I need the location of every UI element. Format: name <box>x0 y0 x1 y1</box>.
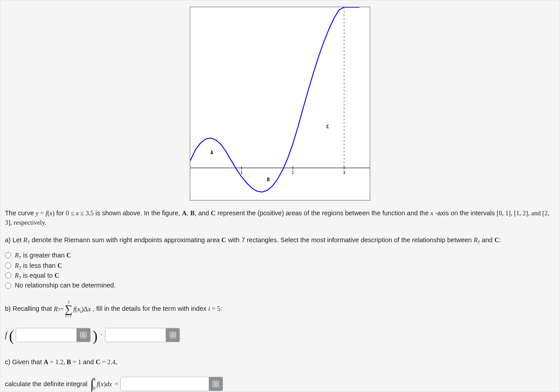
svg-rect-13 <box>83 333 84 334</box>
part-a-choices: R7 is greater than C R7 is less than C R… <box>5 250 555 291</box>
text: 0 ≤ <box>66 209 76 217</box>
part-b-inputs: f ( ) · <box>5 328 555 342</box>
svg-rect-15 <box>82 335 83 335</box>
text: : <box>499 236 501 244</box>
svg-rect-25 <box>171 335 172 335</box>
choice-label: No relationship can be determined. <box>15 280 116 290</box>
text: c) Given that <box>5 358 44 366</box>
text: x <box>430 209 433 217</box>
svg-text:A: A <box>210 150 213 155</box>
text: and <box>83 358 96 366</box>
svg-rect-17 <box>84 335 85 335</box>
sigma-icon: ∑ <box>65 305 72 314</box>
text: B <box>67 358 71 366</box>
text: : <box>220 305 222 312</box>
text: = 1.2, <box>48 358 67 366</box>
svg-rect-36 <box>215 383 216 384</box>
text: = 1 <box>71 358 81 366</box>
svg-text:1: 1 <box>241 170 243 175</box>
text: = <box>60 305 64 314</box>
text: 7 <box>27 240 30 245</box>
svg-rect-39 <box>215 385 216 386</box>
open-paren: ( <box>9 329 14 343</box>
text: is equal to <box>21 272 54 279</box>
text: R <box>473 236 477 244</box>
radio-less[interactable] <box>5 262 11 269</box>
text: is shown above. In the figure, <box>96 209 182 217</box>
text: denote the Riemann sum with right endpoi… <box>31 236 221 244</box>
text: = 5 <box>210 305 220 312</box>
text: = <box>39 209 45 217</box>
text: b) Recalling that <box>5 305 54 312</box>
svg-rect-35 <box>214 383 215 384</box>
text: x <box>88 305 91 314</box>
svg-rect-14 <box>84 333 85 334</box>
xi-input-group <box>16 328 91 342</box>
svg-rect-12 <box>82 333 83 334</box>
riemann-sum-expr: R7 = 7 ∑ i=1 f(xi)Δx <box>54 301 91 318</box>
keypad-icon <box>170 332 176 338</box>
choice-label: R7 is greater than C <box>15 250 71 260</box>
text: C <box>54 272 59 279</box>
keypad-icon <box>213 381 219 387</box>
svg-rect-34 <box>217 382 218 383</box>
svg-rect-33 <box>215 382 216 383</box>
svg-rect-24 <box>174 333 175 334</box>
text: C <box>66 252 71 259</box>
text: )Δ <box>82 305 88 314</box>
problem-card: 1 2 3 A B C The curve y = f(x) for 0 ≤ x… <box>0 0 560 392</box>
text: for <box>57 209 66 217</box>
f-label: f <box>5 331 7 340</box>
dx-input[interactable] <box>105 328 166 342</box>
graph-container: 1 2 3 A B C <box>5 7 555 200</box>
integral-input[interactable] <box>121 377 209 391</box>
svg-rect-23 <box>172 333 173 334</box>
text: R <box>15 252 19 259</box>
text: A <box>44 358 48 366</box>
svg-text:C: C <box>326 124 329 129</box>
svg-rect-38 <box>214 385 215 386</box>
choice-greater[interactable]: R7 is greater than C <box>5 250 555 260</box>
choice-less[interactable]: R7 is less than C <box>5 261 555 270</box>
text: C <box>57 262 62 269</box>
text: R <box>15 272 19 279</box>
integral-input-group <box>120 377 223 391</box>
keypad-button[interactable] <box>209 377 223 391</box>
function-graph: 1 2 3 A B C <box>190 7 370 200</box>
integral-expr: ∫ 3 0 f(x) dx <box>90 377 112 391</box>
text: , <box>187 209 190 217</box>
text: A <box>182 209 186 217</box>
text: C <box>211 209 215 217</box>
close-paren: ) <box>92 329 97 343</box>
radio-none[interactable] <box>5 283 11 289</box>
choice-none[interactable]: No relationship can be determined. <box>5 280 555 290</box>
equals: = <box>114 380 118 388</box>
text: R <box>54 305 58 314</box>
text: R <box>23 236 27 244</box>
sum-lower: i=1 <box>66 314 72 318</box>
keypad-button[interactable] <box>166 328 179 342</box>
text: C <box>494 236 499 244</box>
svg-rect-18 <box>82 336 83 337</box>
text: -axis on the intervals <box>435 209 497 217</box>
svg-text:B: B <box>267 177 270 182</box>
svg-rect-27 <box>174 335 175 335</box>
content: 1 2 3 A B C The curve y = f(x) for 0 ≤ x… <box>0 0 560 392</box>
text: calculate the definite integral <box>5 380 88 388</box>
radio-equal[interactable] <box>5 272 11 279</box>
summation-symbol: 7 ∑ i=1 <box>65 301 72 318</box>
radio-greater[interactable] <box>5 252 11 258</box>
text: represent the (positive) areas of the re… <box>217 209 430 217</box>
intro-paragraph: The curve y = f(x) for 0 ≤ x ≤ 3.5 is sh… <box>5 209 555 227</box>
text: a) Let <box>5 236 23 244</box>
xi-input[interactable] <box>16 328 76 342</box>
choice-equal[interactable]: R7 is equal to C <box>5 270 555 280</box>
dot: · <box>101 331 102 339</box>
text: xi <box>77 305 81 314</box>
text: ≤ 3.5 <box>79 209 93 217</box>
svg-rect-22 <box>171 333 172 334</box>
text: = 2.4, <box>101 358 117 366</box>
keypad-button[interactable] <box>76 328 90 342</box>
svg-rect-40 <box>217 385 218 386</box>
svg-rect-30 <box>174 336 175 337</box>
